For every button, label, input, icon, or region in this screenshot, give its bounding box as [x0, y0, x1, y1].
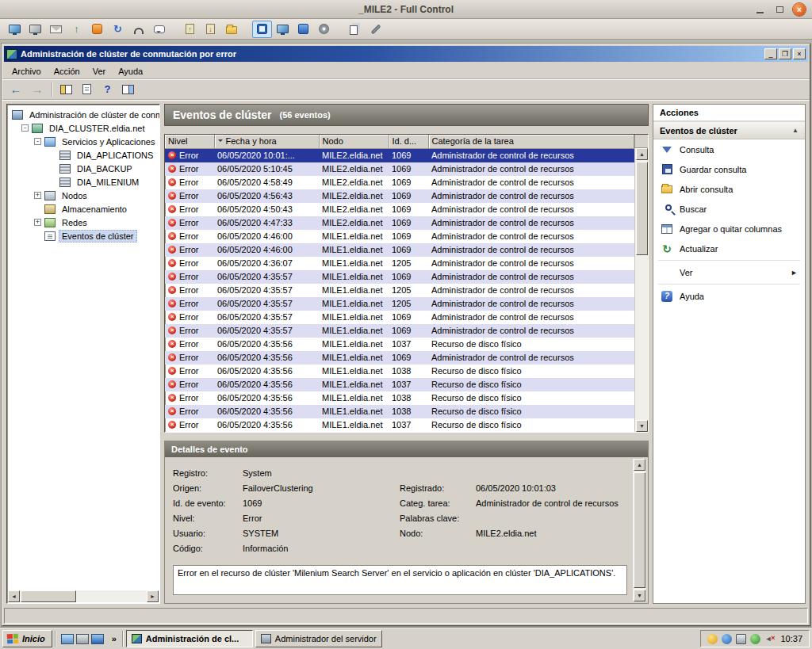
scroll-left-icon[interactable]: ◄: [8, 590, 20, 602]
language-tray-icon[interactable]: [707, 634, 718, 644]
scroll-up-icon[interactable]: ▲: [634, 459, 645, 471]
stop-button[interactable]: [87, 21, 107, 38]
tree-item-servicios-aplicaciones[interactable]: - Servicios y Aplicaciones: [10, 135, 159, 148]
app-minimize-icon[interactable]: _: [764, 48, 777, 59]
smart-size-button[interactable]: [293, 21, 313, 38]
event-row[interactable]: Error 06/05/2020 4:35:57 MILE1.eldia.net…: [165, 270, 634, 284]
menu-ver[interactable]: Ver: [86, 65, 113, 78]
scrollbar-thumb[interactable]: [636, 162, 648, 255]
event-row[interactable]: Error 06/05/2020 4:50:43 MILE2.eldia.net…: [165, 203, 634, 216]
clipboard-send-button[interactable]: ↑: [180, 21, 200, 38]
status-tray-icon[interactable]: [750, 634, 760, 644]
start-button[interactable]: Inicio: [2, 630, 52, 647]
tree-item-dia-milenium[interactable]: DIA_MILENIUM: [10, 175, 159, 189]
taskbar-task-cluster-manager[interactable]: Administración de cl...: [126, 630, 253, 647]
app-close-icon[interactable]: ×: [793, 48, 806, 59]
event-row[interactable]: Error 06/05/2020 5:10:45 MILE2.eldia.net…: [165, 162, 634, 176]
action-abrir-consulta[interactable]: Abrir consulta: [653, 179, 805, 199]
refresh-button[interactable]: ↻: [108, 21, 128, 38]
dial-button[interactable]: [128, 21, 148, 38]
details-vertical-scrollbar[interactable]: ▲ ▼: [633, 459, 646, 601]
action-actualizar[interactable]: ↻ Actualizar: [653, 239, 805, 258]
taskbar-clock[interactable]: 10:37: [779, 634, 802, 643]
event-row[interactable]: Error 06/05/2020 4:56:43 MILE2.eldia.net…: [165, 189, 634, 203]
show-console-tree-button[interactable]: [56, 81, 76, 98]
tree-horizontal-scrollbar[interactable]: ◄ ►: [8, 590, 159, 602]
quick-launch-overflow-chevron[interactable]: »: [109, 634, 120, 643]
tree-item-nodos[interactable]: + Nodos: [10, 189, 159, 202]
action-guardar-consulta[interactable]: Guardar consulta: [653, 159, 805, 179]
scrollbar-thumb[interactable]: [634, 472, 645, 588]
scroll-down-icon[interactable]: ▼: [636, 420, 648, 432]
close-icon[interactable]: ×: [793, 3, 806, 16]
export-list-button[interactable]: [77, 81, 97, 98]
show-desktop-icon[interactable]: [76, 634, 89, 644]
event-row[interactable]: Error 06/05/2020 4:35:56 MILE1.eldia.net…: [165, 405, 634, 418]
fullscreen-button[interactable]: [252, 21, 272, 38]
action-pane-button[interactable]: [118, 81, 138, 98]
event-row[interactable]: Error 06/05/2020 4:58:49 MILE2.eldia.net…: [165, 176, 634, 189]
menu-accion[interactable]: Acción: [48, 65, 86, 78]
display-settings-button[interactable]: [314, 21, 334, 38]
event-row[interactable]: Error 06/05/2020 4:35:56 MILE1.eldia.net…: [165, 391, 634, 405]
volume-muted-icon[interactable]: [764, 634, 775, 644]
event-row[interactable]: Error 06/05/2020 4:46:00 MILE1.eldia.net…: [165, 243, 634, 257]
action-ayuda[interactable]: ? Ayuda: [653, 286, 805, 306]
forward-button[interactable]: →: [27, 81, 48, 98]
actions-section-header[interactable]: Eventos de clúster ▲: [653, 122, 805, 139]
disconnect-button[interactable]: [25, 21, 45, 38]
event-row[interactable]: Error 06/05/2020 4:35:57 MILE1.eldia.net…: [165, 297, 634, 311]
action-ver[interactable]: Ver ►: [653, 262, 805, 282]
action-buscar[interactable]: Buscar: [653, 199, 805, 219]
minimize-icon[interactable]: [753, 3, 766, 16]
event-row[interactable]: Error 06/05/2020 4:35:57 MILE1.eldia.net…: [165, 284, 634, 297]
send-message-button[interactable]: [46, 21, 66, 38]
scroll-up-icon[interactable]: ▲: [636, 148, 648, 160]
internet-icon[interactable]: [91, 634, 104, 644]
display-tray-icon[interactable]: [736, 634, 746, 644]
network-tray-icon[interactable]: [722, 634, 732, 644]
tree-item-redes[interactable]: + Redes: [10, 216, 159, 229]
help-button[interactable]: ?: [98, 81, 117, 98]
chat-button[interactable]: [149, 21, 169, 38]
column-header-nivel[interactable]: Nivel: [165, 135, 214, 148]
collapse-expander-icon[interactable]: -: [34, 138, 41, 145]
maximize-icon[interactable]: [773, 3, 786, 16]
event-row[interactable]: Error 06/05/2020 4:35:56 MILE1.eldia.net…: [165, 338, 634, 351]
menu-ayuda[interactable]: Ayuda: [112, 65, 149, 78]
file-transfer-button[interactable]: [221, 21, 241, 38]
event-row[interactable]: Error 06/05/2020 4:46:00 MILE1.eldia.net…: [165, 230, 634, 243]
fit-window-button[interactable]: [273, 21, 293, 38]
connect-button[interactable]: [5, 21, 25, 38]
scrollbar-thumb[interactable]: [21, 590, 76, 602]
app-restore-icon[interactable]: ❐: [779, 48, 791, 59]
tree-item-eventos-cluster[interactable]: Eventos de clúster: [10, 229, 159, 242]
collapse-expander-icon[interactable]: -: [21, 124, 29, 132]
tree-item-console-root[interactable]: Administración de clúster de conmu: [10, 108, 159, 121]
taskbar-task-server-manager[interactable]: Administrador del servidor: [255, 630, 382, 647]
event-row[interactable]: Error 06/05/2020 4:35:57 MILE1.eldia.net…: [165, 311, 634, 324]
event-row[interactable]: Error 06/05/2020 4:36:07 MILE1.eldia.net…: [165, 257, 634, 270]
column-header-id[interactable]: Id. d...: [389, 135, 428, 148]
column-header-categoria[interactable]: Categoría de la tarea: [428, 135, 634, 148]
column-header-fecha[interactable]: Fecha y hora: [214, 135, 319, 148]
tree-item-dia-aplications[interactable]: DIA_APLICATIONS: [10, 148, 159, 162]
tools-button[interactable]: [366, 21, 385, 38]
back-button[interactable]: ←: [6, 81, 26, 98]
event-row[interactable]: Error 06/05/2020 4:47:33 MILE2.eldia.net…: [165, 216, 634, 230]
event-row[interactable]: Error 06/05/2020 4:35:56 MILE1.eldia.net…: [165, 378, 634, 391]
collapse-section-icon[interactable]: ▲: [792, 127, 799, 134]
events-vertical-scrollbar[interactable]: ▲ ▼: [634, 148, 648, 432]
action-consulta[interactable]: Consulta: [653, 139, 805, 159]
action-agregar-quitar-columnas[interactable]: Agregar o quitar columnas: [653, 219, 805, 239]
tree-item-almacenamiento[interactable]: Almacenamiento: [10, 202, 159, 216]
menu-archivo[interactable]: Archivo: [6, 65, 48, 78]
event-row[interactable]: Error 06/05/2020 4:35:56 MILE1.eldia.net…: [165, 365, 634, 378]
clipboard-receive-button[interactable]: ↓: [201, 21, 220, 38]
screenshot-button[interactable]: [345, 21, 365, 38]
event-row[interactable]: Error 06/05/2020 4:35:56 MILE1.eldia.net…: [165, 351, 634, 365]
tree-item-dia-backup[interactable]: DIA_BACKUP: [10, 162, 159, 175]
remote-desktop-icon[interactable]: [61, 634, 74, 644]
expand-expander-icon[interactable]: +: [34, 219, 41, 226]
event-row[interactable]: Error 06/05/2020 4:35:57 MILE1.eldia.net…: [165, 324, 634, 338]
